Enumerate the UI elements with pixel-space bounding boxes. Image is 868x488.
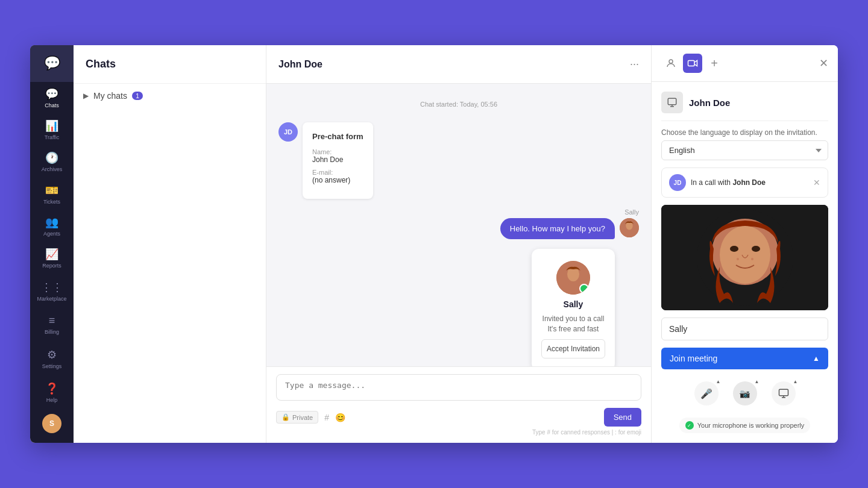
sidebar-item-help-label: Help bbox=[46, 397, 58, 403]
private-badge[interactable]: 🔒 Private bbox=[276, 411, 318, 424]
prechat-email-label: E-mail: bbox=[312, 169, 363, 176]
sidebar-item-tickets-label: Tickets bbox=[43, 199, 60, 205]
sidebar-item-billing-label: Billing bbox=[45, 329, 59, 335]
status-dot: ✓ bbox=[685, 421, 694, 430]
agent-greeting-row: Sally Hello. How may I help you? bbox=[278, 208, 639, 239]
chats-title: Chats bbox=[86, 58, 116, 70]
sidebar-item-archives-label: Archives bbox=[42, 166, 63, 172]
prechat-name-value: John Doe bbox=[312, 155, 363, 164]
help-icon: ❓ bbox=[45, 382, 58, 395]
emoji-button[interactable]: 😊 bbox=[335, 413, 345, 422]
video-display bbox=[661, 205, 828, 310]
lock-icon: 🔒 bbox=[281, 413, 290, 421]
user-avatar[interactable]: S bbox=[42, 414, 61, 433]
right-panel-tabs: + bbox=[661, 54, 724, 73]
nav-sidebar: 💬 💬 Chats 📊 Traffic 🕐 Archives 🎫 Tickets… bbox=[30, 45, 74, 443]
svg-point-14 bbox=[737, 258, 739, 260]
sidebar-item-help[interactable]: ❓ Help bbox=[30, 375, 74, 409]
my-chats-badge: 1 bbox=[132, 92, 143, 100]
prechat-message-row: JD Pre-chat form Name: John Doe E-mail: … bbox=[278, 122, 639, 199]
svg-point-13 bbox=[752, 246, 760, 252]
svg-rect-8 bbox=[668, 98, 676, 105]
accept-invitation-button[interactable]: Accept Invitation bbox=[541, 339, 605, 358]
input-hint: Type # for canned responses | : for emoj… bbox=[276, 427, 641, 436]
language-label: Choose the language to display on the in… bbox=[661, 128, 828, 137]
sidebar-item-traffic[interactable]: 📊 Traffic bbox=[30, 114, 74, 146]
archives-icon: 🕐 bbox=[45, 151, 58, 164]
sidebar-item-billing[interactable]: ≡ Billing bbox=[30, 308, 74, 342]
camera-icon: 📷 ▲ bbox=[733, 381, 757, 405]
chats-icon: 💬 bbox=[45, 87, 58, 101]
chat-main: John Doe ··· Chat started: Today, 05:56 … bbox=[266, 45, 651, 443]
tab-visitor-icon[interactable] bbox=[661, 54, 681, 73]
my-chats-section[interactable]: ▶ My chats 1 bbox=[74, 84, 266, 108]
my-chats-label: My chats bbox=[93, 91, 127, 101]
call-card-name: Sally bbox=[564, 299, 583, 309]
sidebar-item-agents[interactable]: 👥 Agents bbox=[30, 210, 74, 242]
screen-share-button[interactable]: ▲ bbox=[772, 381, 796, 405]
call-notif-close-button[interactable]: ✕ bbox=[813, 178, 820, 187]
language-select[interactable]: English bbox=[661, 140, 828, 160]
sidebar-item-marketplace[interactable]: ⋮⋮ Marketplace bbox=[30, 274, 74, 308]
sidebar-item-archives[interactable]: 🕐 Archives bbox=[30, 146, 74, 178]
call-card-text: Invited you to a call It's free and fast bbox=[542, 314, 605, 334]
prechat-form-title: Pre-chat form bbox=[312, 132, 363, 141]
chat-title: John Doe bbox=[278, 59, 322, 70]
dropdown-arrow-icon: ▲ bbox=[813, 354, 820, 363]
join-meeting-button[interactable]: Join meeting ▲ bbox=[661, 348, 828, 369]
panel-close-button[interactable]: ✕ bbox=[819, 58, 828, 69]
microphone-button[interactable]: 🎤 ▲ bbox=[694, 381, 719, 405]
caller-name-display: Sally bbox=[661, 318, 828, 340]
chats-panel-header: Chats bbox=[74, 45, 266, 84]
camera-button[interactable]: 📷 ▲ bbox=[733, 381, 757, 405]
svg-point-11 bbox=[720, 226, 770, 284]
greeting-bubble: Hello. How may I help you? bbox=[500, 218, 615, 239]
plus-icon: + bbox=[711, 57, 718, 70]
message-input[interactable] bbox=[276, 374, 641, 401]
chat-input-area: 🔒 Private # 😊 Send Type # for canned res… bbox=[266, 366, 651, 443]
microphone-icon: 🎤 ▲ bbox=[694, 381, 719, 405]
tab-video-icon[interactable] bbox=[683, 54, 702, 73]
sidebar-item-chats-label: Chats bbox=[45, 102, 59, 108]
sidebar-item-marketplace-label: Marketplace bbox=[37, 296, 66, 302]
sidebar-item-traffic-label: Traffic bbox=[45, 134, 60, 140]
sidebar-item-reports[interactable]: 📈 Reports bbox=[30, 242, 74, 274]
join-meeting-label: Join meeting bbox=[670, 354, 717, 363]
call-notif-avatar: JD bbox=[669, 174, 686, 191]
right-panel-header: + ✕ bbox=[652, 45, 838, 82]
hashtag-button[interactable]: # bbox=[324, 413, 329, 422]
chat-messages: Chat started: Today, 05:56 JD Pre-chat f… bbox=[266, 84, 651, 366]
svg-rect-16 bbox=[779, 389, 788, 396]
svg-point-12 bbox=[730, 246, 738, 252]
traffic-icon: 📊 bbox=[45, 119, 58, 133]
mic-status-text: Your microphone is working properly bbox=[697, 422, 805, 429]
right-panel-body: John Doe Choose the language to display … bbox=[652, 82, 838, 443]
mic-status-indicator: ✓ Your microphone is working properly bbox=[679, 418, 811, 433]
call-invitation-row: Sally Invited you to a call It's free an… bbox=[278, 249, 639, 366]
chevron-icon: ▶ bbox=[83, 92, 89, 100]
sidebar-item-chats[interactable]: 💬 Chats bbox=[30, 82, 74, 114]
settings-icon: ⚙ bbox=[47, 348, 57, 361]
call-notification-text: In a call with John Doe bbox=[691, 178, 808, 187]
sidebar-item-settings[interactable]: ⚙ Settings bbox=[30, 342, 74, 375]
chat-header-actions: ··· bbox=[630, 58, 639, 70]
chat-header: John Doe ··· bbox=[266, 45, 651, 84]
svg-point-6 bbox=[669, 60, 673, 63]
sidebar-item-tickets[interactable]: 🎫 Tickets bbox=[30, 178, 74, 210]
prechat-name-label: Name: bbox=[312, 148, 363, 155]
visitor-header: John Doe bbox=[661, 92, 828, 121]
more-options-icon[interactable]: ··· bbox=[630, 58, 639, 70]
hashtag-icon: # bbox=[324, 413, 329, 422]
video-controls: 🎤 ▲ 📷 ▲ ▲ bbox=[661, 377, 828, 410]
chat-started-label: Chat started: Today, 05:56 bbox=[278, 101, 639, 108]
send-button[interactable]: Send bbox=[604, 408, 641, 427]
tab-add-icon[interactable]: + bbox=[705, 54, 724, 73]
mic-status-row: ✓ Your microphone is working properly bbox=[661, 418, 828, 433]
agents-icon: 👥 bbox=[45, 216, 58, 229]
my-chats-title[interactable]: ▶ My chats 1 bbox=[83, 91, 256, 101]
agent-avatar bbox=[620, 218, 639, 237]
greeting-bubble-row: Hello. How may I help you? bbox=[500, 218, 639, 239]
emoji-icon: 😊 bbox=[335, 413, 345, 422]
toolbar-left: 🔒 Private # 😊 bbox=[276, 411, 598, 424]
visitor-icon bbox=[661, 92, 683, 113]
